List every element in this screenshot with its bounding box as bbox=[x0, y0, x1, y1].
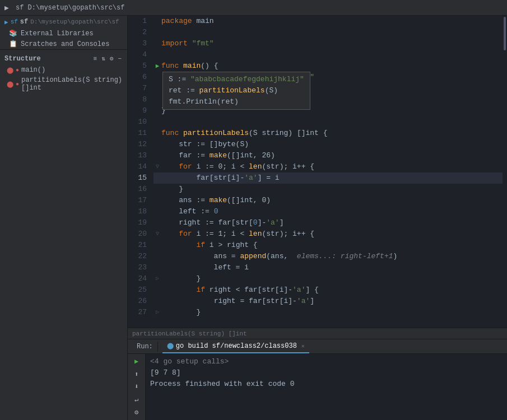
structure-panel: Structure ≡ ⇅ ⚙ − ⬤ ● main() ⬤ ● partiti… bbox=[0, 49, 127, 420]
ln-11: 11 bbox=[128, 128, 147, 139]
run-panel-header: Run: ⬤ go build sf/newclass2/class038 ✕ bbox=[128, 339, 507, 354]
ln-25: 25 bbox=[128, 284, 147, 296]
tooltip-line-2: ret := partitionLabels(S) bbox=[169, 85, 304, 96]
editor-area: 1 2 3 4 5 6 7 8 9 10 11 12 13 14 15 16 1… bbox=[128, 16, 507, 420]
error-badge-1: ● bbox=[16, 81, 19, 87]
code-line-27: ▷ } bbox=[154, 307, 503, 318]
fold-icon-24[interactable]: ▷ bbox=[156, 273, 159, 284]
sf-icon: sf bbox=[11, 18, 18, 25]
structure-item-1[interactable]: ⬤ ● partitionLabels(S string) []int bbox=[0, 75, 127, 93]
kw-import: import bbox=[161, 38, 188, 49]
ln-17: 17 bbox=[128, 195, 147, 206]
run-down-btn[interactable]: ⬇ bbox=[131, 382, 142, 393]
line-numbers: 1 2 3 4 5 6 7 8 9 10 11 12 13 14 15 16 1… bbox=[128, 16, 151, 328]
external-libs-icon: 📚 bbox=[9, 29, 17, 38]
sidebar: ▶ sf sf D:\mysetup\gopath\src\sf 📚 Exter… bbox=[0, 16, 128, 420]
code-line-16: } bbox=[154, 184, 503, 195]
run-panel: Run: ⬤ go build sf/newclass2/class038 ✕ … bbox=[128, 339, 507, 420]
settings-icon[interactable]: ⚙ bbox=[109, 54, 115, 63]
run-tab-close-icon[interactable]: ✕ bbox=[301, 343, 305, 349]
fold-icon-20[interactable]: ▽ bbox=[156, 228, 159, 240]
run-play-btn[interactable]: ▶ bbox=[131, 356, 142, 367]
code-line-2 bbox=[154, 27, 503, 38]
ln-5: 5 bbox=[128, 60, 147, 72]
code-line-13: far := make([]int, 26) bbox=[154, 150, 503, 161]
status-bar-editor: partitionLabels(S string) []int bbox=[128, 328, 507, 339]
run-settings-btn[interactable]: ⚙ bbox=[131, 407, 142, 418]
editor-scrollbar[interactable] bbox=[503, 16, 507, 328]
code-line-12: str := []byte(S) bbox=[154, 139, 503, 150]
ln-1: 1 bbox=[128, 16, 147, 27]
code-line-20: ▽ for i := 1; i < len(str); i++ { bbox=[154, 228, 503, 240]
right-keyword: right bbox=[214, 296, 236, 307]
tooltip-box: S := "ababcbacadefegdehijhklij" ret := p… bbox=[162, 72, 310, 110]
ln-7: 7 bbox=[128, 83, 147, 94]
project-icon: ▶ bbox=[4, 3, 13, 12]
close-panel-icon[interactable]: − bbox=[117, 55, 123, 63]
ln-23: 23 bbox=[128, 262, 147, 273]
code-line-21: if i > right { bbox=[154, 240, 503, 251]
code-line-23: left = i bbox=[154, 262, 503, 273]
ln-4: 4 bbox=[128, 49, 147, 60]
run-output-line-3: Process finished with exit code 0 bbox=[150, 379, 503, 390]
code-line-24: ▷ } bbox=[154, 273, 503, 284]
gutter-14: ▽ bbox=[154, 161, 161, 172]
run-tab-active[interactable]: ⬤ go build sf/newclass2/class038 ✕ bbox=[162, 339, 309, 353]
code-content[interactable]: package main import "fmt" ▶ func main() … bbox=[151, 16, 503, 328]
code-line-5: ▶ func main() { bbox=[154, 60, 503, 72]
func-icon-0: ⬤ bbox=[7, 67, 13, 74]
ln-10: 10 bbox=[128, 116, 147, 128]
scratches-label: Scratches and Consoles bbox=[21, 40, 109, 48]
ln-14: 14 bbox=[128, 161, 147, 172]
top-bar: ▶ sf D:\mysetup\gopath\src\sf bbox=[0, 0, 507, 16]
sort-icon[interactable]: ≡ bbox=[92, 55, 99, 63]
ln-13: 13 bbox=[128, 150, 147, 161]
error-badge-0: ● bbox=[16, 67, 19, 73]
tooltip-line-1: S := "ababcbacadefegdehijhklij" bbox=[169, 74, 304, 85]
ln-9: 9 bbox=[128, 105, 147, 116]
run-stop-btn[interactable]: ⬆ bbox=[131, 369, 142, 380]
sidebar-item-external-libs[interactable]: 📚 External Libraries bbox=[0, 28, 127, 39]
structure-label: Structure bbox=[4, 55, 41, 63]
project-path: sf D:\mysetup\gopath\src\sf bbox=[16, 4, 124, 12]
code-line-19: right := far[str[0]-'a'] bbox=[154, 217, 503, 228]
fold-icon-14[interactable]: ▽ bbox=[156, 161, 159, 172]
ln-26: 26 bbox=[128, 296, 147, 307]
code-line-10 bbox=[154, 116, 503, 128]
run-wrap-btn[interactable]: ↵ bbox=[131, 394, 142, 405]
func-label-0: main() bbox=[21, 66, 45, 74]
fold-icon-27[interactable]: ▷ bbox=[156, 307, 159, 318]
code-line-26: right = far[str[i]-'a'] bbox=[154, 296, 503, 307]
run-output-line-0: <4 go setup calls> bbox=[150, 356, 503, 367]
ln-16: 16 bbox=[128, 184, 147, 195]
ln-12: 12 bbox=[128, 139, 147, 150]
code-line-25: if right < far[str[i]-'a'] { bbox=[154, 284, 503, 296]
ln-6: 6 bbox=[128, 72, 147, 83]
external-libs-label: External Libraries bbox=[21, 30, 94, 38]
ln-18: 18 bbox=[128, 206, 147, 217]
code-line-15: far[str[i]-'a'] = i bbox=[154, 172, 503, 184]
structure-header: Structure ≡ ⇅ ⚙ − bbox=[0, 52, 127, 65]
gutter-5: ▶ bbox=[154, 60, 161, 72]
kw-package: package bbox=[161, 16, 192, 27]
code-line-17: ans := make([]int, 0) bbox=[154, 195, 503, 206]
expand-icon: ▶ bbox=[4, 18, 8, 26]
ln-15: 15 bbox=[128, 172, 147, 184]
gutter-27: ▷ bbox=[154, 307, 161, 318]
ln-24: 24 bbox=[128, 273, 147, 284]
sort-alpha-icon[interactable]: ⇅ bbox=[100, 54, 106, 63]
code-line-3: import "fmt" bbox=[154, 38, 503, 49]
code-line-11: func partitionLabels(S string) []int { bbox=[154, 128, 503, 139]
structure-item-0[interactable]: ⬤ ● main() bbox=[0, 65, 127, 75]
ln-21: 21 bbox=[128, 240, 147, 251]
tooltip-region: S := "ababcbacadefegdehijhklij" ret := p… bbox=[154, 72, 503, 105]
run-tab-label: go build sf/newclass2/class038 bbox=[176, 342, 297, 350]
main-area: ▶ sf sf D:\mysetup\gopath\src\sf 📚 Exter… bbox=[0, 16, 507, 420]
code-line-22: ans = append(ans, elems...: right-left+1… bbox=[154, 251, 503, 262]
ln-2: 2 bbox=[128, 27, 147, 38]
sidebar-item-scratches[interactable]: 📋 Scratches and Consoles bbox=[0, 39, 127, 49]
run-output-line-1: [9 7 8] bbox=[150, 367, 503, 379]
project-path-short: D:\mysetup\gopath\src\sf bbox=[30, 18, 119, 25]
structure-header-icons: ≡ ⇅ ⚙ − bbox=[92, 54, 123, 63]
project-label: sf bbox=[20, 18, 28, 26]
